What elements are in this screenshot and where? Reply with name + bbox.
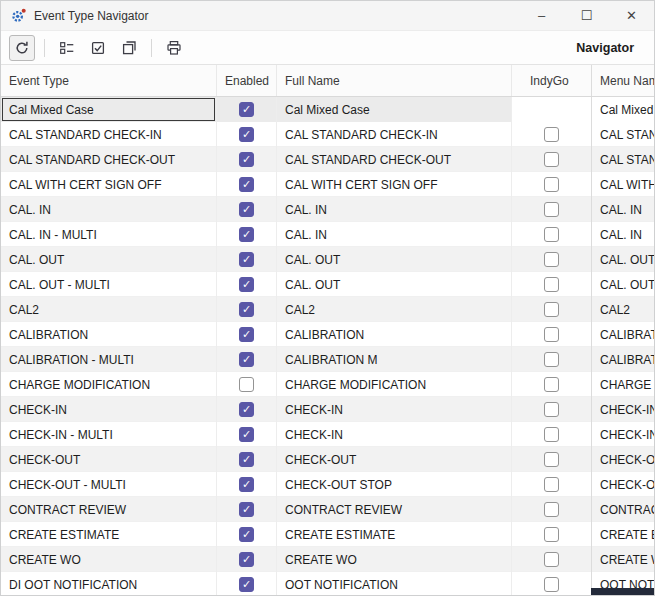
indygo-checkbox[interactable] [544,127,559,142]
table-row[interactable]: CREATE ESTIMATECREATE ESTIMATECREATE EST… [1,522,654,547]
event-type-cell[interactable]: CHECK-IN - MULTI [1,422,216,447]
event-type-cell[interactable]: CONTRACT REVIEW [1,497,216,522]
menu-name-cell[interactable]: CONTRACT REVIEW [591,497,654,522]
menu-name-cell[interactable]: CHECK-OUT [591,472,654,497]
enabled-checkbox[interactable] [239,252,254,267]
check-items-button[interactable] [85,35,111,61]
refresh-button[interactable] [9,35,35,61]
full-name-cell[interactable]: CAL. OUT [276,247,511,272]
menu-name-cell[interactable]: CAL. IN [591,197,654,222]
table-row[interactable]: CAL WITH CERT SIGN OFFCAL WITH CERT SIGN… [1,172,654,197]
indygo-checkbox[interactable] [544,302,559,317]
indygo-checkbox[interactable] [544,402,559,417]
indygo-checkbox[interactable] [544,152,559,167]
full-name-cell[interactable]: Cal Mixed Case [276,97,511,122]
print-button[interactable] [161,35,187,61]
menu-name-cell[interactable]: CAL STANDARD CHECK-OUT [591,147,654,172]
enabled-checkbox[interactable] [239,452,254,467]
enabled-checkbox[interactable] [239,552,254,567]
menu-name-cell[interactable]: CAL2 [591,297,654,322]
full-name-cell[interactable]: CAL2 [276,297,511,322]
column-header-enabled[interactable]: Enabled [216,65,276,96]
menu-name-cell[interactable]: CREATE ESTIMATE [591,522,654,547]
full-name-cell[interactable]: CAL STANDARD CHECK-IN [276,122,511,147]
enabled-checkbox[interactable] [239,227,254,242]
full-name-cell[interactable]: OOT NOTIFICATION [276,572,511,596]
enabled-checkbox[interactable] [239,527,254,542]
event-type-cell[interactable]: CAL WITH CERT SIGN OFF [1,172,216,197]
enabled-checkbox[interactable] [239,277,254,292]
table-row[interactable]: DI OOT NOTIFICATIONOOT NOTIFICATIONOOT N… [1,572,654,596]
indygo-checkbox[interactable] [544,452,559,467]
menu-name-cell[interactable]: CAL. IN [591,222,654,247]
indygo-checkbox[interactable] [544,227,559,242]
event-type-cell[interactable]: CAL. OUT - MULTI [1,272,216,297]
event-type-cell[interactable]: CALIBRATION [1,322,216,347]
full-name-cell[interactable]: CAL WITH CERT SIGN OFF [276,172,511,197]
menu-name-cell[interactable]: CHARGE MODIFICATION [591,372,654,397]
indygo-checkbox[interactable] [544,277,559,292]
enabled-checkbox[interactable] [239,577,254,592]
full-name-cell[interactable]: CHECK-IN [276,422,511,447]
column-header-full-name[interactable]: Full Name [276,65,511,96]
enabled-checkbox[interactable] [239,302,254,317]
menu-name-cell[interactable]: CHECK-IN [591,397,654,422]
table-row[interactable]: Cal Mixed CaseCal Mixed CaseCal Mixed Ca… [1,97,654,122]
column-header-event-type[interactable]: Event Type [1,65,216,96]
table-row[interactable]: CONTRACT REVIEWCONTRACT REVIEWCONTRACT R… [1,497,654,522]
full-name-cell[interactable]: CREATE WO [276,547,511,572]
menu-name-cell[interactable]: CALIBRATION [591,347,654,372]
full-name-cell[interactable]: CHECK-OUT [276,447,511,472]
full-name-cell[interactable]: CREATE ESTIMATE [276,522,511,547]
menu-name-cell[interactable]: CAL. OUT [591,247,654,272]
table-row[interactable]: CAL. OUTCAL. OUTCAL. OUT [1,247,654,272]
menu-name-cell[interactable]: CREATE WO [591,547,654,572]
indygo-checkbox[interactable] [544,352,559,367]
menu-name-cell[interactable]: CAL WITH CERT SIGN OFF [591,172,654,197]
full-name-cell[interactable]: CAL. IN [276,197,511,222]
enabled-checkbox[interactable] [239,327,254,342]
table-row[interactable]: CALIBRATION - MULTICALIBRATION MCALIBRAT… [1,347,654,372]
table-row[interactable]: CAL. INCAL. INCAL. IN [1,197,654,222]
enabled-checkbox[interactable] [239,427,254,442]
event-type-cell[interactable]: CHECK-IN [1,397,216,422]
indygo-checkbox[interactable] [544,502,559,517]
full-name-cell[interactable]: CHECK-IN [276,397,511,422]
full-name-cell[interactable]: CHECK-OUT STOP [276,472,511,497]
menu-name-cell[interactable]: Cal Mixed Case [591,97,654,122]
indygo-checkbox[interactable] [544,252,559,267]
enabled-checkbox[interactable] [239,152,254,167]
menu-name-cell[interactable]: CHECK-IN [591,422,654,447]
field-chooser-button[interactable] [54,35,80,61]
enabled-checkbox[interactable] [239,127,254,142]
enabled-checkbox[interactable] [239,377,254,392]
table-row[interactable]: CREATE WOCREATE WOCREATE WO [1,547,654,572]
menu-name-cell[interactable]: CALIBRATION [591,322,654,347]
table-row[interactable]: CAL STANDARD CHECK-INCAL STANDARD CHECK-… [1,122,654,147]
enabled-checkbox[interactable] [239,102,254,117]
column-header-menu-name[interactable]: Menu Name [591,65,654,96]
event-type-cell[interactable]: CAL2 [1,297,216,322]
close-button[interactable]: ✕ [609,1,654,30]
event-type-cell[interactable]: CHARGE MODIFICATION [1,372,216,397]
column-header-indygo[interactable]: IndyGo [511,65,591,96]
enabled-checkbox[interactable] [239,402,254,417]
maximize-button[interactable]: ☐ [564,1,609,30]
enabled-checkbox[interactable] [239,177,254,192]
event-type-cell[interactable]: CREATE ESTIMATE [1,522,216,547]
indygo-checkbox[interactable] [544,477,559,492]
table-row[interactable]: CHARGE MODIFICATIONCHARGE MODIFICATIONCH… [1,372,654,397]
event-type-cell[interactable]: CREATE WO [1,547,216,572]
enabled-checkbox[interactable] [239,202,254,217]
event-type-cell[interactable]: CHECK-OUT - MULTI [1,472,216,497]
table-row[interactable]: CHECK-OUT - MULTICHECK-OUT STOPCHECK-OUT [1,472,654,497]
indygo-checkbox[interactable] [544,577,559,592]
full-name-cell[interactable]: CONTRACT REVIEW [276,497,511,522]
menu-name-cell[interactable]: CHECK-OUT [591,447,654,472]
event-type-cell[interactable]: DI OOT NOTIFICATION [1,572,216,596]
table-row[interactable]: CHECK-OUTCHECK-OUTCHECK-OUT [1,447,654,472]
full-name-cell[interactable]: CAL. IN [276,222,511,247]
event-type-cell[interactable]: CAL. OUT [1,247,216,272]
event-type-cell[interactable]: CALIBRATION - MULTI [1,347,216,372]
table-row[interactable]: CAL STANDARD CHECK-OUTCAL STANDARD CHECK… [1,147,654,172]
